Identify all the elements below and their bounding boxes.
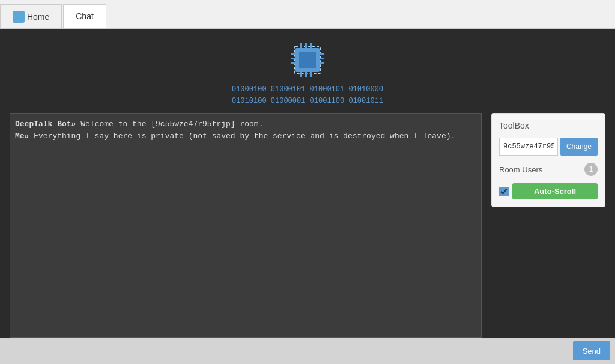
svg-rect-14 [310, 72, 312, 77]
bot-sender: DeepTalk Bot» [15, 120, 76, 129]
tab-chat[interactable]: Chat [63, 4, 106, 28]
room-id-row: Change [499, 138, 598, 156]
room-id-input[interactable] [499, 138, 558, 156]
toolbox-title: ToolBox [499, 121, 598, 130]
svg-rect-2 [299, 52, 316, 68]
svg-rect-10 [305, 43, 307, 48]
svg-rect-11 [310, 43, 312, 48]
chat-tab-label: Chat [76, 11, 94, 21]
home-tab-icon [13, 11, 25, 23]
binary-line2: 01010100 01000001 01001100 01001011 [232, 96, 383, 107]
tab-bar: Home Chat [0, 0, 615, 29]
input-row: Send [0, 338, 615, 364]
chat-message-1: Me» Everything I say here is private (no… [15, 130, 476, 142]
change-button[interactable]: Change [560, 138, 598, 156]
autoscroll-checkbox[interactable] [499, 187, 509, 196]
me-sender: Me» [15, 132, 29, 141]
chat-message-0: DeepTalk Bot» Welcome to the [9c55wze47r… [15, 118, 476, 130]
header-area: 01000100 01000101 01000101 01010000 0101… [0, 29, 615, 113]
svg-rect-4 [291, 58, 295, 59]
toolbox: ToolBox Change Room Users 1 Auto-Scroll [491, 113, 605, 207]
room-users-label: Room Users [499, 165, 542, 174]
user-count-badge: 1 [584, 163, 598, 176]
svg-rect-8 [320, 62, 324, 64]
svg-rect-9 [300, 43, 302, 48]
autoscroll-row: Auto-Scroll [499, 183, 598, 199]
svg-rect-6 [320, 53, 324, 55]
room-users-row: Room Users 1 [499, 163, 598, 176]
tab-home[interactable]: Home [0, 4, 62, 28]
content-row: DeepTalk Bot» Welcome to the [9c55wze47r… [0, 113, 615, 338]
home-tab-label: Home [27, 12, 49, 22]
svg-rect-13 [305, 72, 307, 77]
chip-icon [288, 41, 327, 79]
send-button[interactable]: Send [573, 341, 610, 360]
autoscroll-button[interactable]: Auto-Scroll [512, 183, 598, 199]
svg-rect-7 [320, 58, 324, 59]
chat-area: DeepTalk Bot» Welcome to the [9c55wze47r… [10, 113, 482, 338]
message-input[interactable] [5, 341, 571, 360]
chat-log[interactable]: DeepTalk Bot» Welcome to the [9c55wze47r… [10, 113, 482, 338]
binary-line1: 01000100 01000101 01000101 01010000 [232, 84, 383, 96]
svg-rect-12 [300, 72, 302, 77]
svg-rect-3 [291, 53, 295, 55]
svg-rect-5 [291, 62, 295, 64]
main-area: 01000100 01000101 01000101 01010000 0101… [0, 29, 615, 364]
